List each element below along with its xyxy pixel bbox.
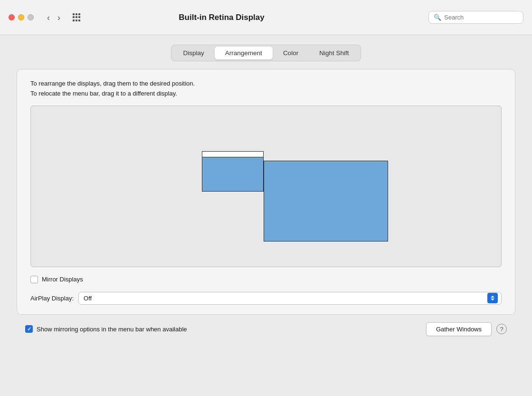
maximize-button[interactable] bbox=[28, 14, 34, 20]
show-mirroring-label: Show mirroring options in the menu bar w… bbox=[37, 326, 187, 333]
airplay-label: AirPlay Display: bbox=[30, 295, 74, 302]
main-content: Display Arrangement Color Night Shift To… bbox=[0, 35, 532, 396]
window-title: Built-in Retina Display bbox=[87, 13, 356, 22]
tab-arrangement[interactable]: Arrangement bbox=[215, 47, 273, 59]
mirror-displays-label: Mirror Displays bbox=[42, 276, 83, 283]
gather-windows-button[interactable]: Gather Windows bbox=[426, 322, 492, 336]
nav-buttons: ‹ › bbox=[44, 11, 63, 24]
bottom-buttons: Gather Windows ? bbox=[426, 322, 507, 336]
help-button[interactable]: ? bbox=[496, 324, 507, 334]
tab-display[interactable]: Display bbox=[173, 47, 215, 59]
monitor-menu-bar bbox=[202, 152, 263, 157]
tabs-container: Display Arrangement Color Night Shift bbox=[171, 45, 361, 61]
airplay-select-container: Off On bbox=[78, 292, 502, 305]
arrangement-panel: To rearrange the displays, drag them to … bbox=[17, 69, 515, 315]
instructions: To rearrange the displays, drag them to … bbox=[30, 79, 502, 99]
minimize-button[interactable] bbox=[18, 14, 24, 20]
airplay-select[interactable]: Off On bbox=[78, 292, 502, 305]
mirror-displays-checkbox[interactable] bbox=[30, 276, 38, 283]
titlebar: ‹ › Built-in Retina Display 🔍 bbox=[0, 0, 532, 35]
tab-color[interactable]: Color bbox=[273, 47, 309, 59]
bottom-row: Show mirroring options in the menu bar w… bbox=[17, 315, 515, 342]
traffic-lights bbox=[9, 14, 34, 20]
monitor-large[interactable] bbox=[264, 161, 388, 241]
search-box: 🔍 bbox=[428, 11, 523, 24]
tabs: Display Arrangement Color Night Shift bbox=[171, 45, 361, 61]
grid-icon[interactable] bbox=[73, 13, 81, 22]
search-icon: 🔍 bbox=[434, 14, 441, 21]
airplay-row: AirPlay Display: Off On bbox=[30, 292, 502, 305]
monitor-small[interactable] bbox=[202, 151, 264, 192]
mirror-displays-row: Mirror Displays bbox=[30, 276, 502, 283]
show-mirroring-row: Show mirroring options in the menu bar w… bbox=[25, 325, 187, 333]
instructions-line2: To relocate the menu bar, drag it to a d… bbox=[30, 89, 502, 99]
forward-button[interactable]: › bbox=[55, 11, 63, 24]
show-mirroring-checkbox[interactable] bbox=[25, 325, 33, 333]
tab-night-shift[interactable]: Night Shift bbox=[309, 47, 359, 59]
instructions-line1: To rearrange the displays, drag them to … bbox=[30, 79, 502, 89]
close-button[interactable] bbox=[9, 14, 15, 20]
display-canvas[interactable] bbox=[30, 106, 502, 267]
search-input[interactable] bbox=[444, 14, 518, 21]
back-button[interactable]: ‹ bbox=[44, 11, 53, 24]
